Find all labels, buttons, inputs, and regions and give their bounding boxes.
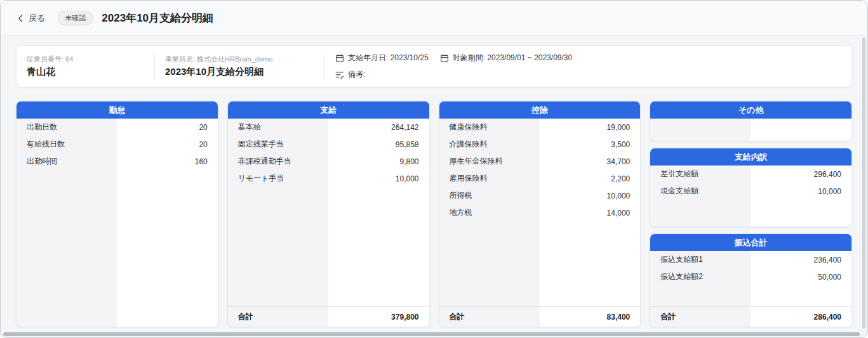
card-transfer-total: 振込合計振込支給額1236,400振込支給額250,000合計286,400 — [650, 233, 852, 327]
column-4: その他支給内訳差引支給額296,400現金支給額10,000振込合計振込支給額1… — [650, 101, 852, 327]
card-filler — [650, 200, 851, 226]
row-value: 236,400 — [751, 256, 851, 264]
row-value: 34,700 — [540, 157, 640, 166]
row-label: 地方税 — [439, 207, 540, 218]
row-label: 有給残日数 — [17, 139, 117, 150]
topbar: 戻る 未確認 2023年10月支給分明細 — [1, 1, 867, 36]
row-value: 296,400 — [751, 170, 851, 179]
card-body: 出勤日数20有給残日数20出勤時間160 — [17, 119, 218, 327]
pay-date: 支給年月日: 2023/10/25 — [348, 53, 429, 63]
amount-row: 雇用保険料2,200 — [439, 170, 641, 187]
amount-row: 差引支給額296,400 — [650, 166, 851, 183]
card-filler — [17, 170, 218, 327]
row-value: 95,858 — [328, 140, 429, 149]
employee-number-label: 従業員番号: 64 — [27, 55, 144, 64]
row-label: 出勤時間 — [17, 156, 117, 167]
calendar-icon — [440, 54, 449, 63]
card-body: 基本給264,142固定残業手当95,858非課税通勤手当9,800リモート手当… — [228, 119, 429, 327]
statement-title: 2023年10月支給分明細 — [165, 66, 314, 78]
total-row: 合計379,800 — [228, 306, 429, 327]
row-label: 所得税 — [439, 190, 540, 201]
card-body: 振込支給額1236,400振込支給額250,000合計286,400 — [650, 251, 851, 327]
row-value: 20 — [117, 140, 217, 149]
card-body — [650, 119, 851, 141]
chevron-left-icon — [16, 14, 25, 23]
dates-section: 支給年月日: 2023/10/25 対象期間: 2023/09/01 ~ 202… — [325, 53, 851, 80]
row-value: 3,500 — [540, 140, 640, 149]
employee-name: 青山花 — [27, 66, 144, 78]
page-title: 2023年10月支給分明細 — [102, 11, 213, 25]
card-filler — [439, 221, 641, 306]
total-value: 83,400 — [540, 313, 640, 322]
office-name-label: 事業所名: 株式会社HRBrain_demo — [165, 55, 314, 64]
amount-row: 地方税14,000 — [439, 204, 641, 221]
amount-row: 現金支給額10,000 — [650, 183, 851, 200]
row-value: 2,200 — [540, 174, 640, 183]
row-label: 差引支給額 — [650, 169, 751, 179]
office-section: 事業所名: 株式会社HRBrain_demo 2023年10月支給分明細 — [155, 53, 325, 80]
horizontal-scrollbar[interactable] — [3, 332, 860, 336]
memo-edit-icon — [335, 70, 344, 79]
back-button[interactable]: 戻る — [16, 13, 45, 24]
vertical-scrollbar[interactable] — [862, 37, 865, 328]
target-period: 対象期間: 2023/09/01 ~ 2023/09/30 — [453, 53, 572, 63]
column-2: 支給基本給264,142固定残業手当95,858非課税通勤手当9,800リモート… — [227, 101, 430, 327]
card-title: 勤怠 — [17, 101, 218, 119]
amount-row: 所得税10,000 — [439, 187, 641, 204]
row-value: 9,800 — [328, 157, 429, 166]
card-title: 支給内訳 — [650, 148, 851, 166]
total-label: 合計 — [439, 311, 540, 322]
card-filler — [228, 187, 429, 306]
card-title: 振込合計 — [650, 234, 851, 251]
amount-row: 介護保険料3,500 — [439, 136, 641, 153]
row-value: 14,000 — [540, 209, 640, 218]
amount-row: 厚生年金保険料34,700 — [439, 153, 641, 170]
card-other: その他 — [650, 101, 852, 141]
total-label: 合計 — [228, 311, 328, 322]
amount-row: 基本給264,142 — [228, 119, 429, 136]
total-value: 379,800 — [328, 313, 429, 322]
card-payment-breakdown: 支給内訳差引支給額296,400現金支給額10,000 — [650, 148, 852, 227]
card-filler — [650, 285, 851, 306]
column-3: 控除健康保険料19,000介護保険料3,500厚生年金保険料34,700雇用保険… — [439, 101, 641, 327]
amount-row: リモート手当10,000 — [228, 170, 429, 187]
row-label: 雇用保険料 — [439, 173, 540, 184]
amount-row: 有給残日数20 — [17, 136, 218, 153]
total-value: 286,400 — [751, 313, 851, 322]
row-value: 19,000 — [540, 123, 640, 132]
remarks-label: 備考: — [348, 69, 365, 80]
back-label: 戻る — [29, 13, 45, 24]
employee-section: 従業員番号: 64 青山花 — [17, 53, 155, 80]
calendar-icon — [335, 54, 344, 63]
row-label: 非課税通勤手当 — [228, 156, 328, 167]
card-body: 差引支給額296,400現金支給額10,000 — [650, 166, 851, 226]
content: 従業員番号: 64 青山花 事業所名: 株式会社HRBrain_demo 202… — [1, 36, 867, 327]
amount-row: 健康保険料19,000 — [439, 119, 641, 136]
column-1: 勤怠出勤日数20有給残日数20出勤時間160 — [16, 101, 218, 327]
card-deduction: 控除健康保険料19,000介護保険料3,500厚生年金保険料34,700雇用保険… — [439, 101, 641, 327]
row-label: リモート手当 — [228, 173, 328, 184]
card-payment: 支給基本給264,142固定残業手当95,858非課税通勤手当9,800リモート… — [227, 101, 430, 327]
row-label: 出勤日数 — [17, 122, 117, 133]
amount-row: 非課税通勤手当9,800 — [228, 153, 429, 170]
row-label: 振込支給額2 — [650, 271, 751, 282]
row-label: 固定残業手当 — [228, 139, 328, 150]
amount-row: 固定残業手当95,858 — [228, 136, 429, 153]
card-title: 控除 — [439, 101, 641, 119]
row-label: 厚生年金保険料 — [439, 156, 540, 167]
card-attendance: 勤怠出勤日数20有給残日数20出勤時間160 — [16, 101, 218, 327]
amount-row: 出勤日数20 — [17, 119, 218, 136]
total-label: 合計 — [650, 311, 751, 322]
card-filler — [650, 119, 851, 141]
row-label: 健康保険料 — [439, 122, 540, 133]
amount-row: 振込支給額1236,400 — [650, 251, 851, 268]
row-label: 現金支給額 — [650, 186, 751, 197]
amount-row: 出勤時間160 — [17, 153, 218, 170]
card-title: 支給 — [228, 101, 429, 119]
row-label: 基本給 — [228, 122, 328, 133]
card-title: その他 — [650, 101, 851, 119]
row-value: 10,000 — [540, 192, 640, 200]
row-value: 10,000 — [328, 174, 429, 183]
row-label: 介護保険料 — [439, 139, 540, 150]
card-body: 健康保険料19,000介護保険料3,500厚生年金保険料34,700雇用保険料2… — [439, 119, 641, 327]
